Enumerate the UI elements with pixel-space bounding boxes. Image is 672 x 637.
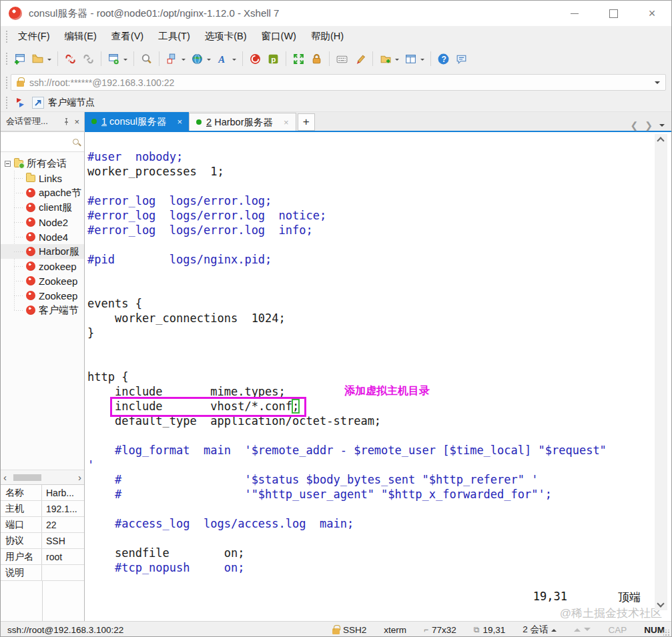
collapse-icon[interactable] xyxy=(5,161,11,167)
chevron-down-icon[interactable] xyxy=(207,59,211,63)
tab-scroll-right-icon[interactable]: ❯ xyxy=(645,120,653,131)
drag-handle[interactable] xyxy=(5,30,9,43)
drag-handle[interactable] xyxy=(5,76,9,89)
quick-session-button[interactable]: 客户端节点 xyxy=(48,97,95,109)
menu-window[interactable]: 窗口(W) xyxy=(254,26,304,47)
property-grid-empty xyxy=(1,581,84,621)
address-dropdown-icon[interactable] xyxy=(655,81,660,87)
property-row: 主机 192.1... xyxy=(1,501,84,517)
compose-bar-icon[interactable] xyxy=(163,50,181,68)
disconnect-icon[interactable] xyxy=(61,50,79,68)
scrollbar-thumb[interactable] xyxy=(13,474,41,481)
status-cursor-position: ⧉ 19,31 xyxy=(474,625,505,635)
sessions-dropdown-icon[interactable] xyxy=(551,626,557,632)
menu-view[interactable]: 查看(V) xyxy=(104,26,151,47)
scroll-up-icon[interactable] xyxy=(574,625,581,632)
tab-list-dropdown-icon[interactable] xyxy=(659,124,665,129)
tab-consul-server[interactable]: 1 consul服务器 × xyxy=(85,112,189,131)
tab-harbor-server[interactable]: 2 Harbor服务器 × xyxy=(189,113,296,131)
feedback-icon[interactable] xyxy=(452,50,470,68)
new-file-icon[interactable] xyxy=(376,50,394,68)
new-terminal-icon[interactable] xyxy=(11,50,29,68)
chevron-down-icon[interactable] xyxy=(232,59,236,63)
session-icon xyxy=(26,203,35,212)
terminal-line: # '$status $body_bytes_sent "$http_refer… xyxy=(87,472,671,487)
chevron-down-icon[interactable] xyxy=(182,59,186,63)
tree-item[interactable]: Zookeep xyxy=(1,273,84,288)
chevron-down-icon[interactable] xyxy=(123,59,127,63)
close-panel-icon[interactable]: × xyxy=(72,117,81,127)
scroll-down-icon[interactable] xyxy=(584,628,591,634)
drag-handle[interactable] xyxy=(5,96,9,109)
address-value[interactable]: ssh://root:******@192.168.3.100:22 xyxy=(29,77,655,88)
font-icon[interactable]: A xyxy=(214,50,232,68)
virtual-keyboard-icon[interactable] xyxy=(333,50,351,68)
menu-edit[interactable]: 编辑(E) xyxy=(57,26,104,47)
property-row: 用户名 root xyxy=(1,549,84,565)
xftp-icon[interactable]: p xyxy=(264,50,282,68)
open-folder-icon[interactable] xyxy=(29,50,47,68)
terminal-line: default_type application/octet-stream; xyxy=(87,414,671,428)
session-search-input[interactable] xyxy=(1,132,84,152)
chevron-down-icon[interactable] xyxy=(420,59,424,63)
chevron-down-icon[interactable] xyxy=(47,59,51,63)
tree-item[interactable]: Node4 xyxy=(1,229,84,244)
tree-item-label: Harbor服 xyxy=(39,245,79,258)
tree-item[interactable]: client服 xyxy=(1,200,84,215)
pin-icon[interactable] xyxy=(63,117,70,125)
resize-grip[interactable] xyxy=(663,630,670,636)
xshell-icon[interactable] xyxy=(246,50,264,68)
web-browser-icon[interactable] xyxy=(188,50,206,68)
sidebar-horizontal-scrollbar[interactable]: ‹ › xyxy=(1,470,84,484)
maximize-button[interactable] xyxy=(594,1,633,26)
scroll-down-icon[interactable] xyxy=(657,600,664,607)
tree-item[interactable]: Harbor服 xyxy=(1,244,84,259)
session-icon xyxy=(26,276,35,285)
close-button[interactable]: × xyxy=(633,1,671,26)
tree-item[interactable]: Links xyxy=(1,171,84,185)
tree-item[interactable]: Node2 xyxy=(1,215,84,229)
help-icon[interactable]: ? xyxy=(434,50,452,68)
sessions-folder-icon xyxy=(14,160,23,167)
highlight-pen-icon[interactable] xyxy=(351,50,369,68)
tree-item[interactable]: 客户端节 xyxy=(1,303,84,317)
tab-label: consul服务器 xyxy=(109,115,166,128)
tree-item-label: 客户端节 xyxy=(39,304,79,317)
launch-session-icon[interactable] xyxy=(32,97,44,109)
chevron-down-icon[interactable] xyxy=(395,59,399,63)
fullscreen-icon[interactable] xyxy=(290,50,308,68)
scroll-left-icon[interactable]: ‹ xyxy=(3,472,7,482)
lock-icon xyxy=(17,81,24,87)
terminal-line: worker_connections 1024; xyxy=(87,311,671,326)
scroll-buttons[interactable] xyxy=(574,625,591,634)
terminal-scrollbar[interactable] xyxy=(655,134,667,610)
terminal-line: #error_log logs/error.log notice; xyxy=(87,208,671,223)
scroll-up-icon[interactable] xyxy=(657,137,664,144)
menu-file[interactable]: 文件(F) xyxy=(11,26,57,47)
find-icon[interactable] xyxy=(137,50,155,68)
bookmark-flags-icon[interactable] xyxy=(15,97,27,108)
minimize-button[interactable] xyxy=(555,1,594,26)
session-properties-icon[interactable] xyxy=(105,50,123,68)
terminal-line: # '"$http_user_agent" "$http_x_forwarded… xyxy=(87,487,671,502)
drag-handle[interactable] xyxy=(5,52,9,65)
menu-help[interactable]: 帮助(H) xyxy=(304,26,351,47)
status-session-count[interactable]: 2 会话 xyxy=(523,624,557,636)
reconnect-icon[interactable] xyxy=(79,50,97,68)
menu-tools[interactable]: 工具(T) xyxy=(151,26,198,47)
tab-close-icon[interactable]: × xyxy=(284,117,289,127)
tab-scroll-left-icon[interactable]: ❮ xyxy=(631,120,639,131)
tree-item[interactable]: Zookeep xyxy=(1,288,84,303)
new-tab-button[interactable]: + xyxy=(298,113,315,131)
tree-item[interactable]: apache节 xyxy=(1,185,84,200)
tab-close-icon[interactable]: × xyxy=(178,117,183,127)
lock-screen-icon[interactable] xyxy=(308,50,326,68)
address-input[interactable]: ssh://root:******@192.168.3.100:22 xyxy=(11,74,666,91)
tree-item-all-sessions[interactable]: 所有会话 xyxy=(1,156,84,171)
terminal-area[interactable]: #user nobody;worker_processes 1;#error_l… xyxy=(85,132,671,621)
terminal-line xyxy=(87,179,671,193)
tile-layout-icon[interactable] xyxy=(402,50,420,68)
tree-item[interactable]: zookeep xyxy=(1,259,84,273)
scroll-right-icon[interactable]: › xyxy=(78,472,81,482)
menu-tabs[interactable]: 选项卡(B) xyxy=(198,26,254,47)
